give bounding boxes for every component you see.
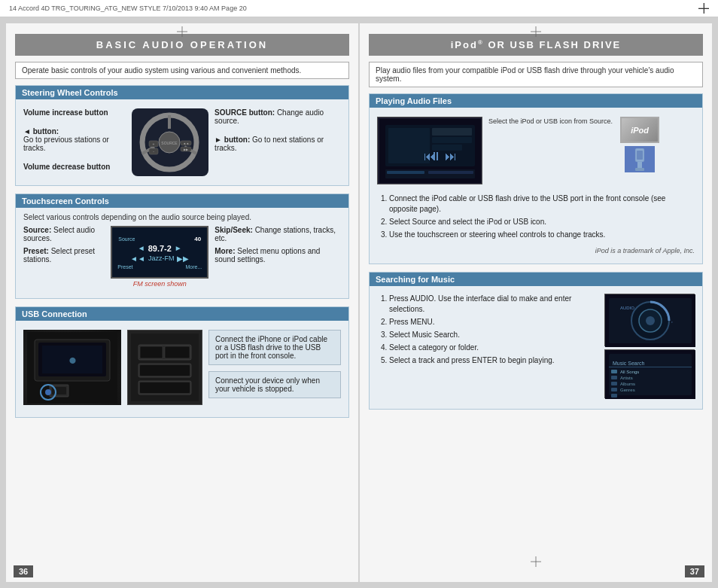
svg-text:SOURCE: SOURCE <box>162 141 178 145</box>
step-3: Use the touchscreen or steering wheel co… <box>389 230 695 240</box>
source-label: Source: Select audio sources. <box>23 226 105 242</box>
touchscreen-content: Source: Select audio sources. Preset: Se… <box>16 221 348 292</box>
crosshair-right-top <box>531 26 541 38</box>
search-step-4: Select a category or folder. <box>389 343 597 353</box>
fm-screen-label: FM screen shown <box>133 280 187 288</box>
usb-port-image <box>127 330 202 405</box>
crosshair-right-bottom <box>531 556 541 568</box>
search-screen-2: Music Search All Songs Artists Albums Ge… <box>604 349 695 398</box>
steering-header: Steering Wheel Controls <box>16 86 348 99</box>
prev-button-label: ◄ button: Go to previous stations or tra… <box>23 127 126 152</box>
car-console-visual: ⬤ <box>23 330 121 405</box>
fm-screen-container: Source 40 ◄ 89.7-2 ► ◄◄ Jazz-FM <box>111 226 208 288</box>
ipod-icon: iPod <box>620 117 659 143</box>
preset-btn: Preset <box>117 264 132 270</box>
print-header: 14 Accord 4D TRG_TOURING_ATG_NEW STYLE 7… <box>0 0 718 17</box>
step-1: Connect the iPod cable or USB flash driv… <box>389 193 695 215</box>
svg-text:⏭: ⏭ <box>445 150 457 163</box>
preset-label: Preset: Select preset stations. <box>23 247 105 264</box>
skip-seek-label: Skip/Seek: Change stations, tracks, etc. <box>214 226 341 242</box>
svg-text:⬤: ⬤ <box>69 357 76 364</box>
playing-header: Playing Audio Files <box>370 94 702 108</box>
more-btn: More... <box>185 264 202 270</box>
svg-rect-50 <box>637 151 643 160</box>
svg-text:▶▶: ▶▶ <box>184 148 189 151</box>
search-screens: AUDIO › Music Search All <box>604 294 695 398</box>
svg-text:AUDIO: AUDIO <box>620 306 634 310</box>
freq-display: 89.7-2 <box>148 244 172 253</box>
intro-box-right: Play audio files from your compatible iP… <box>369 62 703 87</box>
svg-rect-30 <box>165 346 190 358</box>
svg-rect-72 <box>611 394 617 398</box>
search-step-1: Press AUDIO. Use the interface dial to m… <box>389 294 597 315</box>
station-display: Jazz-FM <box>148 254 175 262</box>
ipod-trademark: iPod is a trademark of Apple, Inc. <box>370 247 702 257</box>
screen-display: Source 40 ◄ 89.7-2 ► ◄◄ Jazz-FM <box>112 227 207 277</box>
svg-rect-66 <box>611 376 617 379</box>
play-screen: ⏮ ⏸ ⏭ <box>377 117 482 184</box>
search-steps: Press AUDIO. Use the interface dial to m… <box>377 294 597 368</box>
usb-text1: Connect the iPhone or iPod cable or a US… <box>208 330 341 365</box>
crosshair-top <box>698 3 709 14</box>
usb-content: ⬤ <box>16 324 348 411</box>
page-left: BASIC AUDIO OPERATION Operate basic cont… <box>6 23 358 582</box>
intro-text-left: Operate basic controls of your audio sys… <box>22 66 301 75</box>
touchscreen-header: Touchscreen Controls <box>16 194 348 208</box>
print-header-text: 14 Accord 4D TRG_TOURING_ATG_NEW STYLE 7… <box>9 5 247 12</box>
main-content: BASIC AUDIO OPERATION Operate basic cont… <box>0 17 718 588</box>
svg-rect-32 <box>140 365 190 376</box>
search-step-2: Press MENU. <box>389 317 597 328</box>
svg-rect-63 <box>609 367 692 367</box>
touch-labels-left: Source: Select audio sources. Preset: Se… <box>23 226 105 264</box>
playing-steps: Connect the iPod cable or USB flash driv… <box>370 190 702 247</box>
svg-point-57 <box>646 316 655 325</box>
crosshair-page-top <box>177 26 187 38</box>
svg-text:Albums: Albums <box>620 382 635 386</box>
fm-screen: Source 40 ◄ 89.7-2 ► ◄◄ Jazz-FM <box>111 226 208 279</box>
page-right: iPod® OR USB FLASH DRIVE Play audio file… <box>360 23 712 582</box>
svg-text:Artists: Artists <box>620 376 633 380</box>
next-button-label: ► button: Go to next stations or tracks. <box>214 136 341 152</box>
searching-content: Press AUDIO. Use the interface dial to m… <box>370 289 702 403</box>
intro-box-left: Operate basic controls of your audio sys… <box>15 62 349 79</box>
usb-header: USB Connection <box>16 307 348 321</box>
usb-text2: Connect your device only when your vehic… <box>208 371 341 398</box>
svg-rect-70 <box>611 388 617 391</box>
select-source-text: Select the iPod or USB icon from Source. <box>488 117 613 126</box>
svg-text:Music Search: Music Search <box>613 361 645 366</box>
svg-rect-48 <box>428 171 473 174</box>
searching-section: Searching for Music Press AUDIO. Use the… <box>369 272 703 410</box>
searching-header: Searching for Music <box>370 273 702 286</box>
playing-section: Playing Audio Files <box>369 93 703 264</box>
svg-rect-52 <box>635 168 644 171</box>
vol-decrease-label: Volume decrease button <box>23 163 126 171</box>
source-btn: Source <box>118 236 135 242</box>
source-button-label: SOURCE button: Change audio source. <box>214 108 341 125</box>
svg-text:◄◄: ◄◄ <box>184 142 190 145</box>
ipod-title: iPod® OR USB FLASH DRIVE <box>451 39 622 50</box>
search-step-5: Select a track and press ENTER to begin … <box>389 355 597 366</box>
steering-labels-left: Volume increase button ◄ button: Go to p… <box>23 108 126 176</box>
svg-rect-64 <box>611 370 617 373</box>
steering-wheel-svg: SOURCE + - ◄◄ ▶▶ <box>134 112 205 172</box>
svg-rect-34 <box>140 382 190 393</box>
search-step-3: Select Music Search. <box>389 330 597 340</box>
page-number-right: 37 <box>685 565 704 577</box>
play-info-box: Select the iPod or USB icon from Source.… <box>488 117 695 172</box>
touchscreen-subtitle: Select various controls depending on the… <box>16 211 348 221</box>
svg-rect-29 <box>140 346 163 358</box>
svg-text:⏸: ⏸ <box>430 150 442 163</box>
svg-text:Genres: Genres <box>620 388 635 392</box>
playing-content: ⏮ ⏸ ⏭ Select the iPod or USB icon from S… <box>370 111 702 190</box>
steering-labels-right: SOURCE button: Change audio source. ► bu… <box>214 108 341 176</box>
steering-content: Volume increase button ◄ button: Go to p… <box>16 102 348 179</box>
step-2: Select Source and select the iPod or USB… <box>389 217 695 227</box>
usb-icon <box>625 146 655 172</box>
svg-rect-68 <box>611 382 617 385</box>
steering-section: Steering Wheel Controls Volume increase … <box>15 85 349 186</box>
search-screen-1: AUDIO › <box>604 294 695 346</box>
vol-increase-label: Volume increase button <box>23 108 126 117</box>
steering-wheel-image: SOURCE + - ◄◄ ▶▶ <box>132 108 208 176</box>
svg-rect-47 <box>387 171 424 174</box>
more-label: More: Select menu options and sound sett… <box>214 247 341 264</box>
